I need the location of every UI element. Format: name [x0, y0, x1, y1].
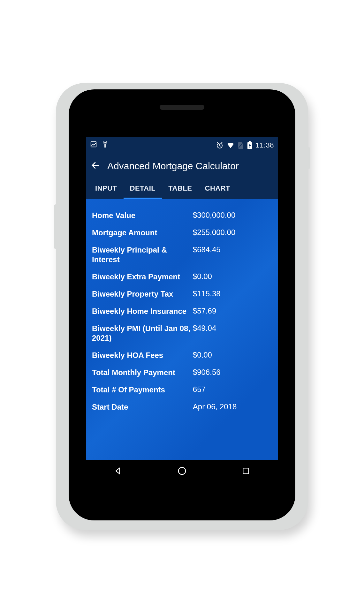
tab-label: CHART — [205, 184, 231, 193]
detail-row: Home Value$300,000.00 — [92, 207, 272, 224]
detail-label: Total Monthly Payment — [92, 368, 193, 377]
app-bar: Advanced Mortgage Calculator — [86, 153, 278, 179]
svg-line-3 — [103, 141, 104, 142]
detail-row: Biweekly HOA Fees$0.00 — [92, 347, 272, 364]
status-time: 11:38 — [255, 141, 274, 149]
detail-content[interactable]: Home Value$300,000.00 Mortgage Amount$25… — [86, 199, 278, 460]
android-debug-icon — [102, 141, 109, 150]
detail-label: Biweekly PMI (Until Jan 08, 2021) — [92, 324, 193, 343]
detail-label: Biweekly Principal & Interest — [92, 245, 193, 264]
nav-back-button[interactable] — [105, 463, 131, 479]
detail-row: Total Monthly Payment$906.56 — [92, 364, 272, 381]
detail-value: $300,000.00 — [193, 211, 272, 220]
tabs: INPUT DETAIL TABLE CHART — [86, 179, 278, 199]
phone-side-button-right — [306, 147, 310, 169]
detail-value: $0.00 — [193, 272, 272, 281]
alarm-icon — [216, 141, 224, 149]
phone-speaker — [160, 105, 204, 110]
svg-line-4 — [106, 141, 107, 142]
detail-label: Biweekly HOA Fees — [92, 351, 193, 360]
detail-label: Total # Of Payments — [92, 385, 193, 395]
svg-line-9 — [217, 142, 218, 143]
phone-frame-inner: 11:38 Advanced Mortgage Calculator INPUT… — [69, 89, 295, 520]
nav-home-button[interactable] — [169, 463, 195, 479]
image-icon — [90, 141, 97, 150]
svg-point-17 — [178, 467, 186, 475]
detail-row: Start DateApr 06, 2018 — [92, 398, 272, 416]
back-icon[interactable] — [91, 161, 100, 171]
tab-label: DETAIL — [130, 184, 156, 193]
battery-charging-icon — [247, 141, 252, 149]
detail-row: Biweekly Home Insurance$57.69 — [92, 303, 272, 320]
detail-value: $57.69 — [193, 306, 272, 315]
detail-row: Biweekly Property Tax$115.38 — [92, 285, 272, 303]
page-title: Advanced Mortgage Calculator — [107, 161, 239, 171]
detail-value: $906.56 — [193, 368, 272, 377]
no-sim-icon — [238, 141, 244, 149]
detail-row: Total # Of Payments657 — [92, 381, 272, 398]
wifi-icon — [227, 141, 234, 149]
nav-recent-button[interactable] — [233, 463, 259, 479]
detail-value: $684.45 — [193, 245, 272, 254]
tab-label: INPUT — [95, 184, 117, 193]
svg-line-8 — [220, 146, 221, 146]
detail-label: Start Date — [92, 402, 193, 412]
detail-label: Biweekly Home Insurance — [92, 306, 193, 316]
tab-table[interactable]: TABLE — [162, 179, 198, 199]
detail-label: Biweekly Property Tax — [92, 289, 193, 299]
svg-rect-5 — [104, 144, 106, 148]
detail-row: Biweekly Extra Payment$0.00 — [92, 268, 272, 285]
svg-marker-16 — [116, 468, 120, 474]
status-left — [90, 141, 109, 150]
svg-rect-13 — [249, 141, 251, 142]
screen: 11:38 Advanced Mortgage Calculator INPUT… — [86, 137, 278, 482]
phone-frame-outer: 11:38 Advanced Mortgage Calculator INPUT… — [56, 83, 308, 530]
tab-label: TABLE — [168, 184, 192, 193]
phone-side-button-left — [54, 204, 58, 249]
detail-value: $49.04 — [193, 324, 272, 333]
system-nav-bar — [86, 460, 278, 482]
status-bar: 11:38 — [86, 137, 278, 153]
tab-chart[interactable]: CHART — [199, 179, 237, 199]
detail-value: Apr 06, 2018 — [193, 402, 272, 411]
svg-point-1 — [104, 142, 104, 143]
detail-row: Mortgage Amount$255,000.00 — [92, 224, 272, 241]
svg-rect-0 — [91, 142, 96, 147]
phone-camera — [251, 112, 260, 121]
detail-row: Biweekly PMI (Until Jan 08, 2021)$49.04 — [92, 320, 272, 347]
detail-label: Mortgage Amount — [92, 228, 193, 238]
svg-rect-18 — [243, 468, 248, 473]
detail-value: 657 — [193, 385, 272, 394]
tab-detail[interactable]: DETAIL — [124, 179, 162, 199]
detail-value: $0.00 — [193, 351, 272, 359]
detail-value: $255,000.00 — [193, 228, 272, 237]
detail-value: $115.38 — [193, 289, 272, 298]
svg-point-2 — [106, 142, 106, 143]
detail-label: Home Value — [92, 211, 193, 220]
detail-label: Biweekly Extra Payment — [92, 272, 193, 282]
detail-row: Biweekly Principal & Interest$684.45 — [92, 241, 272, 268]
status-right: 11:38 — [216, 141, 274, 149]
tab-input[interactable]: INPUT — [89, 179, 124, 199]
svg-line-10 — [221, 142, 222, 143]
